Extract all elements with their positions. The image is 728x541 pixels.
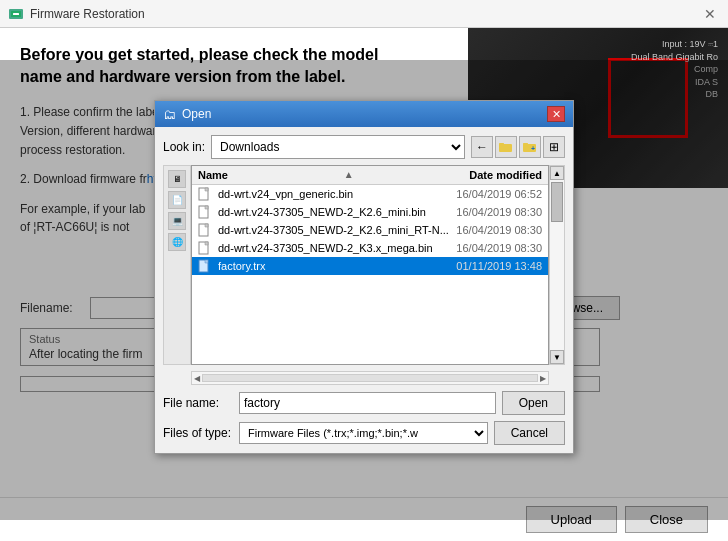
dialog-filename-input[interactable] [239,392,496,414]
date-column-header: Date modified [469,169,542,181]
file-sidebar: 🖥 📄 💻 🌐 [163,165,191,365]
dialog-open-button[interactable]: Open [502,391,565,415]
horizontal-scrollbar[interactable]: ◀ ▶ [191,371,549,385]
title-bar-left: Firmware Restoration [8,6,145,22]
dialog-filetype-select[interactable]: Firmware Files (*.trx;*.img;*.bin;*.w [239,422,488,444]
svg-rect-6 [523,143,528,145]
dialog-filename-label: File name: [163,396,233,410]
main-title-bar: Firmware Restoration ✕ [0,0,728,28]
dialog-title-left: 🗂 Open [163,107,211,122]
main-close-button[interactable]: ✕ [700,4,720,24]
back-button[interactable]: ← [471,136,493,158]
file-icon [198,223,212,237]
scroll-right-arrow[interactable]: ▶ [540,374,546,383]
file-item[interactable]: dd-wrt.v24-37305_NEWD-2_K2.6_mini.bin 16… [192,203,548,221]
file-list-header: Name ▲ Date modified [192,166,548,185]
dialog-filetype-row: Files of type: Firmware Files (*.trx;*.i… [163,421,565,445]
look-in-row: Look in: Downloads ← [163,135,565,159]
dialog-title: Open [182,107,211,121]
views-button[interactable]: ⊞ [543,136,565,158]
look-in-select[interactable]: Downloads [211,135,465,159]
selected-file-item[interactable]: factory.trx 01/11/2019 13:48 [192,257,548,275]
look-in-label: Look in: [163,140,205,154]
new-folder-button[interactable]: + [519,136,541,158]
desktop-icon[interactable]: 🖥 [168,170,186,188]
dialog-overlay: 🗂 Open ✕ Look in: Downloads ← [0,60,728,520]
file-icon [198,205,212,219]
folder-button[interactable] [495,136,517,158]
scroll-thumb[interactable] [551,182,563,222]
name-column-header: Name [198,169,228,181]
file-icon [198,241,212,255]
documents-icon[interactable]: 📄 [168,191,186,209]
scroll-down-arrow[interactable]: ▼ [550,350,564,364]
firmware-icon [8,6,24,22]
dialog-close-button[interactable]: ✕ [547,106,565,122]
sort-arrow[interactable]: ▲ [344,169,354,181]
computer-icon[interactable]: 💻 [168,212,186,230]
dialog-folder-icon: 🗂 [163,107,176,122]
h-scroll-track [202,374,538,382]
file-icon [198,259,212,273]
file-icon [198,187,212,201]
dialog-filename-row: File name: Open [163,391,565,415]
svg-rect-3 [499,144,512,152]
svg-text:+: + [531,145,535,152]
svg-rect-2 [13,13,19,15]
file-item[interactable]: dd-wrt.v24_vpn_generic.bin 16/04/2019 06… [192,185,548,203]
dialog-cancel-button[interactable]: Cancel [494,421,565,445]
scroll-up-arrow[interactable]: ▲ [550,166,564,180]
file-list-container: 🖥 📄 💻 🌐 Name ▲ Date modified [163,165,565,365]
dialog-filetype-label: Files of type: [163,426,233,440]
scroll-left-arrow[interactable]: ◀ [194,374,200,383]
network-icon[interactable]: 🌐 [168,233,186,251]
svg-rect-4 [499,143,504,145]
window-title: Firmware Restoration [30,7,145,21]
dialog-title-bar: 🗂 Open ✕ [155,101,573,127]
toolbar-icons: ← + ⊞ [471,136,565,158]
file-item[interactable]: dd-wrt.v24-37305_NEWD-2_K2.6_mini_RT-N..… [192,221,548,239]
file-list: Name ▲ Date modified dd-wrt.v24_vpn_gene… [191,165,549,365]
file-item[interactable]: dd-wrt.v24-37305_NEWD-2_K3.x_mega.bin 16… [192,239,548,257]
dialog-body: Look in: Downloads ← [155,127,573,453]
open-dialog: 🗂 Open ✕ Look in: Downloads ← [154,100,574,454]
vertical-scrollbar[interactable]: ▲ ▼ [549,165,565,365]
